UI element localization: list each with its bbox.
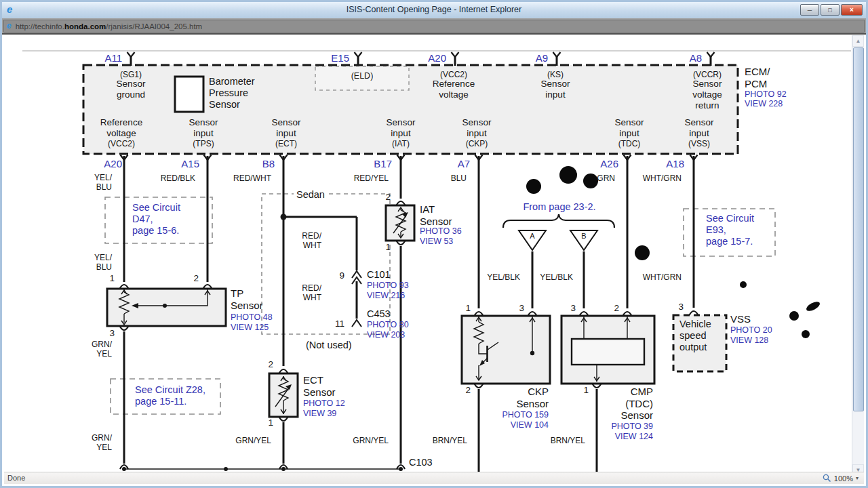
scrollbar-thumb[interactable] (853, 47, 864, 411)
maximize-button[interactable]: □ (821, 4, 840, 16)
address-bar: e http://techinfo.honda.com/rjanisis/RJA… (2, 18, 866, 35)
close-window-button[interactable]: × (841, 4, 863, 16)
magnifier-icon (823, 474, 831, 483)
url-prefix: http://techinfo. (16, 22, 64, 30)
diagram-page (4, 35, 864, 472)
url-input[interactable]: e http://techinfo.honda.com/rjanisis/RJA… (3, 20, 865, 33)
browser-window: e ISIS-Content Opening Page - Internet E… (0, 0, 868, 488)
scroll-up-icon[interactable]: ▲ (852, 35, 864, 47)
status-bar: Done 100% ▾ (4, 472, 864, 484)
vertical-scrollbar[interactable]: ▲ ▼ (852, 35, 864, 476)
status-text: Done (7, 474, 25, 482)
ie-page-icon: e (7, 21, 12, 31)
zoom-level: 100% (834, 474, 853, 483)
url-domain: honda.com (64, 22, 106, 30)
minimize-button[interactable]: ─ (800, 4, 819, 16)
url-path: /rjanisis/RJAAI004_205.htm (106, 22, 202, 30)
zoom-dropdown-icon[interactable]: ▾ (856, 475, 859, 481)
window-title: ISIS-Content Opening Page - Internet Exp… (2, 5, 866, 14)
title-bar: e ISIS-Content Opening Page - Internet E… (2, 2, 866, 19)
zoom-control[interactable]: 100% ▾ (823, 474, 859, 483)
